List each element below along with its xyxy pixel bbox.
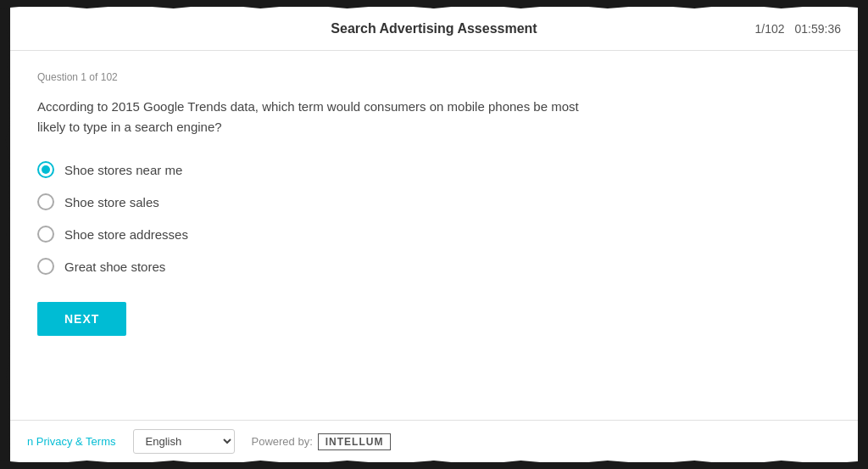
radio-button-0[interactable] (37, 161, 54, 178)
options-list: Shoe stores near me Shoe store sales Sho… (37, 161, 831, 275)
radio-button-3[interactable] (37, 258, 54, 275)
question-label: Question 1 of 102 (37, 71, 831, 83)
option-label-3: Great shoe stores (64, 260, 165, 274)
radio-button-2[interactable] (37, 226, 54, 243)
option-label-0: Shoe stores near me (64, 163, 182, 177)
list-item[interactable]: Shoe store sales (37, 193, 831, 210)
option-label-1: Shoe store sales (64, 195, 159, 209)
progress-indicator: 1/102 (754, 22, 784, 36)
next-button[interactable]: NEXT (37, 302, 126, 336)
language-selector[interactable]: English (133, 429, 235, 454)
intellum-brand: INTELLUM (318, 433, 392, 450)
assessment-title: Search Advertising Assessment (331, 21, 537, 36)
list-item[interactable]: Great shoe stores (37, 258, 831, 275)
powered-by: Powered by: INTELLUM (252, 433, 392, 450)
option-label-2: Shoe store addresses (64, 227, 188, 242)
list-item[interactable]: Shoe stores near me (37, 161, 831, 178)
footer: n Privacy & Terms English Powered by: IN… (10, 420, 858, 462)
header-meta: 1/102 01:59:36 (754, 22, 841, 36)
privacy-terms-link[interactable]: n Privacy & Terms (27, 435, 116, 448)
powered-by-label: Powered by: (252, 435, 313, 448)
question-text: According to 2015 Google Trends data, wh… (37, 97, 580, 137)
radio-inner-0 (42, 165, 50, 174)
header: Search Advertising Assessment 1/102 01:5… (10, 7, 858, 51)
question-content: Question 1 of 102 According to 2015 Goog… (10, 51, 858, 420)
timer: 01:59:36 (795, 22, 842, 36)
radio-button-1[interactable] (37, 193, 54, 210)
list-item[interactable]: Shoe store addresses (37, 226, 831, 243)
